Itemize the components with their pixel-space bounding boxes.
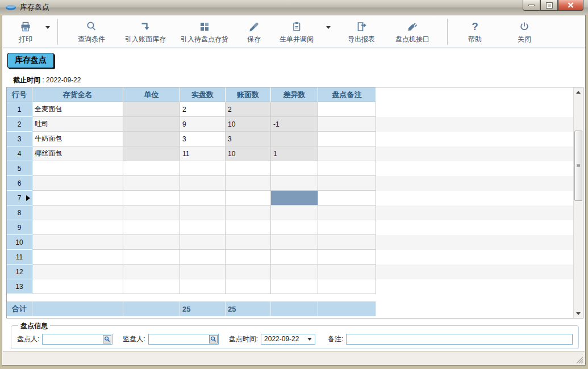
cell-unit[interactable] (123, 161, 180, 176)
cell-diff[interactable] (271, 102, 318, 117)
cell-actual[interactable] (180, 206, 226, 220)
cell-note[interactable] (318, 265, 376, 279)
scroll-down-button[interactable] (574, 309, 583, 318)
close-window-button[interactable]: 关闭 (495, 16, 554, 48)
cell-book[interactable] (226, 235, 271, 250)
cell-note[interactable] (318, 250, 376, 265)
cell-unit[interactable] (123, 250, 180, 265)
row-number-cell[interactable]: 13 (7, 279, 32, 294)
cell-diff[interactable] (271, 235, 318, 250)
cell-diff[interactable] (271, 206, 318, 220)
cell-book[interactable] (226, 206, 271, 220)
cell-unit[interactable] (123, 132, 180, 146)
cell-diff[interactable] (271, 250, 318, 265)
cell-diff[interactable] (271, 265, 318, 279)
print-dropdown-arrow-icon[interactable] (45, 26, 50, 29)
cell-book[interactable] (226, 161, 271, 176)
cell-note[interactable] (318, 176, 376, 191)
cell-unit[interactable] (123, 279, 180, 294)
row-number-cell[interactable]: 12 (7, 265, 32, 279)
import-pending-stock-button[interactable]: 引入待盘点存货 (173, 16, 236, 48)
minimize-button[interactable] (523, 0, 540, 11)
cell-actual[interactable] (180, 161, 226, 176)
row-number-cell[interactable]: 5 (7, 161, 32, 176)
close-button[interactable] (558, 0, 583, 11)
cell-diff[interactable] (271, 279, 318, 294)
counter-lookup-button[interactable] (103, 335, 111, 343)
cell-book[interactable] (226, 279, 271, 294)
cell-actual[interactable] (180, 191, 226, 206)
generate-dropdown-arrow-icon[interactable] (326, 26, 331, 29)
cell-unit[interactable] (123, 220, 180, 235)
scroll-thumb[interactable] (574, 131, 582, 201)
cell-name[interactable] (32, 235, 123, 250)
row-number-cell[interactable]: 7 (7, 191, 32, 206)
row-number-cell[interactable]: 4 (7, 146, 32, 161)
counting-machine-interface-button[interactable]: 盘点机接口 (385, 16, 440, 48)
cell-note[interactable] (318, 117, 376, 132)
cell-diff[interactable]: -1 (271, 117, 318, 132)
cell-name[interactable] (32, 279, 123, 294)
cell-unit[interactable] (123, 117, 180, 132)
row-number-cell[interactable]: 2 (7, 117, 32, 132)
cell-note[interactable] (318, 191, 376, 206)
cell-name[interactable]: 全麦面包 (32, 102, 123, 117)
cell-note[interactable] (318, 132, 376, 146)
row-number-cell[interactable]: 11 (7, 250, 32, 265)
cell-actual[interactable]: 2 (180, 102, 226, 117)
cell-book[interactable] (226, 250, 271, 265)
cell-diff[interactable] (271, 132, 318, 146)
vertical-scrollbar[interactable] (573, 87, 583, 318)
cell-actual[interactable] (180, 265, 226, 279)
cell-name[interactable]: 吐司 (32, 117, 123, 132)
cell-book[interactable] (226, 220, 271, 235)
cell-actual[interactable]: 9 (180, 117, 226, 132)
cell-note[interactable] (318, 206, 376, 220)
row-number-cell[interactable]: 8 (7, 206, 32, 220)
count-time-dropdown[interactable]: 2022-09-22 (261, 334, 315, 345)
cell-book[interactable] (226, 191, 271, 206)
cell-actual[interactable] (180, 235, 226, 250)
cell-actual[interactable] (180, 220, 226, 235)
import-book-inventory-button[interactable]: 引入账面库存 (118, 16, 173, 48)
cell-diff[interactable] (271, 161, 318, 176)
row-number-cell[interactable]: 10 (7, 235, 32, 250)
query-conditions-button[interactable]: 查询条件 (65, 16, 118, 48)
resize-grip-icon[interactable] (576, 357, 583, 364)
cell-unit[interactable] (123, 102, 180, 117)
scroll-up-button[interactable] (574, 87, 583, 97)
cell-book[interactable]: 10 (226, 117, 271, 132)
row-number-cell[interactable]: 6 (7, 176, 32, 191)
cell-diff[interactable] (271, 220, 318, 235)
cell-note[interactable] (318, 102, 376, 117)
cell-unit[interactable] (123, 235, 180, 250)
maximize-button[interactable] (540, 0, 558, 11)
cell-name[interactable] (32, 176, 123, 191)
cell-unit[interactable] (123, 146, 180, 161)
row-number-cell[interactable]: 1 (7, 102, 32, 117)
supervisor-lookup-button[interactable] (209, 335, 218, 343)
cell-actual[interactable] (180, 279, 226, 294)
cell-note[interactable] (318, 146, 376, 161)
cell-book[interactable] (226, 265, 271, 279)
cell-name[interactable] (32, 206, 123, 220)
cell-name[interactable] (32, 220, 123, 235)
cell-actual[interactable] (180, 250, 226, 265)
cell-note[interactable] (318, 220, 376, 235)
cell-unit[interactable] (123, 206, 180, 220)
cell-unit[interactable] (123, 176, 180, 191)
export-report-button[interactable]: 导出报表 (337, 16, 385, 48)
cell-note[interactable] (318, 235, 376, 250)
cell-unit[interactable] (123, 191, 180, 206)
cell-actual[interactable]: 3 (180, 132, 226, 146)
note-input[interactable] (346, 334, 573, 345)
cell-book[interactable] (226, 176, 271, 191)
cell-diff[interactable] (271, 191, 318, 206)
generate-and-review-button[interactable]: 生单并调阅 (272, 16, 321, 48)
cell-name[interactable] (32, 265, 123, 279)
row-number-cell[interactable]: 9 (7, 220, 32, 235)
cell-book[interactable]: 3 (226, 132, 271, 146)
cell-note[interactable] (318, 279, 376, 294)
cell-note[interactable] (318, 161, 376, 176)
save-button[interactable]: 保存 (236, 16, 272, 48)
